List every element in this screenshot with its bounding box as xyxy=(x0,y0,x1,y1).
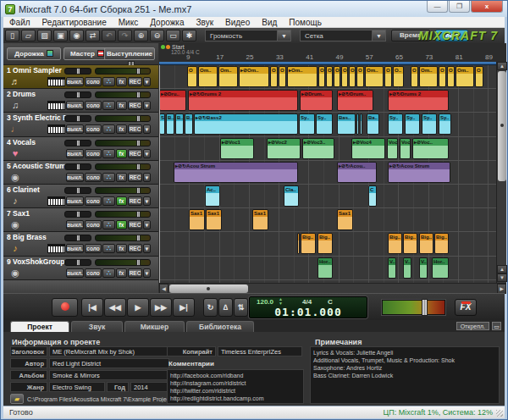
track-menu-arrow-icon[interactable]: ▾ xyxy=(143,101,151,110)
pan-thumb[interactable] xyxy=(76,140,80,146)
clip[interactable]: ▸⊘Voc2 xyxy=(267,138,301,159)
track-header-10[interactable] xyxy=(3,280,158,294)
track-header-6[interactable]: 6 Clarinet♪выкл.соло∴fxREC▾ xyxy=(3,185,158,208)
menu-item-дорожка[interactable]: Дорожка xyxy=(144,18,190,27)
pan-thumb[interactable] xyxy=(76,235,80,241)
clip[interactable]: V.. xyxy=(388,257,396,279)
clip[interactable]: ▸⊘Drum.. xyxy=(300,90,333,111)
clip[interactable]: Voc.. xyxy=(400,138,411,159)
import-icon[interactable]: ▨ xyxy=(37,30,52,41)
collapse-panel-icon[interactable]: ▭ xyxy=(492,322,501,330)
solo-button[interactable]: соло xyxy=(85,244,102,253)
field-value[interactable]: Smoke & Mirrors xyxy=(49,370,169,380)
menu-item-вид[interactable]: Вид xyxy=(256,18,283,27)
clip[interactable]: O xyxy=(349,66,356,87)
clip[interactable]: Sy.. xyxy=(299,113,315,135)
clip[interactable]: O xyxy=(334,66,340,87)
clip[interactable]: Om.. xyxy=(218,66,238,87)
undo-icon[interactable]: ↶ xyxy=(102,30,116,41)
record-button[interactable] xyxy=(52,298,78,317)
clip[interactable]: S xyxy=(159,113,165,135)
solo-button[interactable]: соло xyxy=(85,101,102,110)
track-header-8[interactable]: 8 Big Brass♪выкл.соло∴fxREC▾ xyxy=(3,232,158,256)
solo-button[interactable]: соло xyxy=(85,173,102,182)
clip[interactable]: Sax1 xyxy=(189,209,205,230)
track-lane-3[interactable]: SB..B..B..▸⊘↻Bass2Sy..Sy..Bas..Ba..Sy..S… xyxy=(159,113,496,136)
tab-микшер[interactable]: Микшер xyxy=(124,321,185,332)
browse-folder-icon[interactable]: ▰ xyxy=(10,394,24,404)
clip[interactable]: Ac.. xyxy=(205,185,220,207)
arm-record-button[interactable]: REC xyxy=(128,220,142,229)
fx-button[interactable]: fx xyxy=(116,77,127,86)
menu-item-файл[interactable]: Файл xyxy=(3,18,36,27)
track-pan-slider[interactable] xyxy=(64,115,91,122)
track-header-7[interactable]: 7 Sax1◉выкл.соло∴fxREC▾ xyxy=(3,208,158,232)
solo-button[interactable]: соло xyxy=(85,268,102,278)
piano-keyboard-icon[interactable] xyxy=(47,101,65,110)
automation-button[interactable]: ∴ xyxy=(102,77,115,86)
play-button[interactable]: ▶ xyxy=(127,298,149,317)
arm-record-button[interactable]: REC xyxy=(128,101,142,110)
track-lane-8[interactable]: Big..Big..Big..Big..Big..Big.. xyxy=(159,232,496,256)
track-header-2[interactable]: 2 Drums♫выкл.соло∴fxREC▾ xyxy=(3,89,158,113)
clip[interactable]: C xyxy=(368,185,377,207)
track-lane-5[interactable]: ▸⊘↻Acou Strum▸⊘↻Acou..▸⊘↻Acou Strum xyxy=(159,161,496,185)
fx-button[interactable]: fx xyxy=(116,268,127,278)
solo-button[interactable]: соло xyxy=(85,196,102,206)
save-icon[interactable]: ▣ xyxy=(53,30,68,41)
clip[interactable]: O xyxy=(439,66,446,87)
fx-button[interactable]: fx xyxy=(116,220,127,229)
clip[interactable]: Big.. xyxy=(301,233,316,254)
horizontal-scrollbar[interactable]: ◀ ▶ xyxy=(159,283,506,293)
track-pan-slider[interactable] xyxy=(64,163,91,170)
solo-button[interactable]: соло xyxy=(85,124,102,134)
fx-button[interactable]: fx xyxy=(116,124,127,134)
vertical-scroll-thumb[interactable] xyxy=(498,71,506,181)
solo-button[interactable]: соло xyxy=(85,149,102,158)
automation-button[interactable]: ∴ xyxy=(102,149,115,158)
clip[interactable]: V.. xyxy=(419,257,428,279)
clip[interactable]: ▸Om.. xyxy=(287,66,318,87)
clip[interactable]: O xyxy=(187,66,197,87)
track-volume-slider[interactable] xyxy=(95,211,151,218)
horizontal-scroll-thumb[interactable] xyxy=(169,285,248,293)
mute-button[interactable]: выкл. xyxy=(66,101,84,110)
volume-thumb[interactable] xyxy=(136,187,141,194)
clip[interactable]: ▸⊘↻Drums 2 xyxy=(388,90,449,111)
volume-thumb[interactable] xyxy=(136,259,141,266)
clip[interactable]: Big.. xyxy=(403,233,417,254)
zoom-out-icon[interactable]: ⊖ xyxy=(150,30,164,41)
track-header-3[interactable]: 3 Synth Electric Bass♩выкл.соло∴fxREC▾ xyxy=(3,113,158,136)
track-menu-arrow-icon[interactable]: ▾ xyxy=(143,244,151,253)
mute-button[interactable]: выкл. xyxy=(66,196,84,206)
clip[interactable]: B.. xyxy=(185,113,193,135)
clip[interactable]: Om.. xyxy=(198,66,218,87)
clip[interactable]: ▸⊘↻Drums 2 xyxy=(188,90,298,111)
piano-keyboard-icon[interactable] xyxy=(47,77,65,86)
clip[interactable]: Big.. xyxy=(434,233,449,254)
clip[interactable]: ▸⊘↻Bass2 xyxy=(194,113,298,135)
clip[interactable]: Sy.. xyxy=(316,113,333,135)
metronome-icon[interactable]: ∆ xyxy=(218,298,233,317)
clip[interactable]: ▸⊘Voc3.. xyxy=(302,138,334,159)
clip[interactable]: Hor.. xyxy=(432,257,449,279)
clip[interactable]: ▸⊘↻Acou Strum xyxy=(388,162,450,183)
clip[interactable]: Om.. xyxy=(419,66,438,87)
clip[interactable]: O xyxy=(318,66,325,87)
track-volume-slider[interactable] xyxy=(95,163,151,170)
clip[interactable]: Sax1 xyxy=(337,209,353,230)
clip[interactable]: Big.. xyxy=(388,233,402,254)
track-pan-slider[interactable] xyxy=(64,91,91,98)
track-lane-4[interactable]: ▸⊘Voc1▸⊘Voc2▸⊘Voc3..▸⊘Voc4Voc..Voc..▸⊘Vo… xyxy=(159,137,496,161)
track-menu-arrow-icon[interactable]: ▾ xyxy=(143,196,151,206)
arm-record-button[interactable]: REC xyxy=(128,124,142,134)
track-menu-arrow-icon[interactable]: ▾ xyxy=(143,124,151,134)
automation-button[interactable]: ∴ xyxy=(102,124,115,134)
go-to-end-button[interactable]: ▶| xyxy=(173,298,195,317)
volume-thumb[interactable] xyxy=(136,211,141,218)
clip[interactable]: O xyxy=(447,66,455,87)
track-header-5[interactable]: 5 Acoustic Strum◉выкл.соло∴fxREC▾ xyxy=(3,161,158,185)
clip[interactable]: Sy.. xyxy=(405,113,420,135)
pan-thumb[interactable] xyxy=(76,163,80,170)
clip[interactable]: Big.. xyxy=(318,233,333,254)
